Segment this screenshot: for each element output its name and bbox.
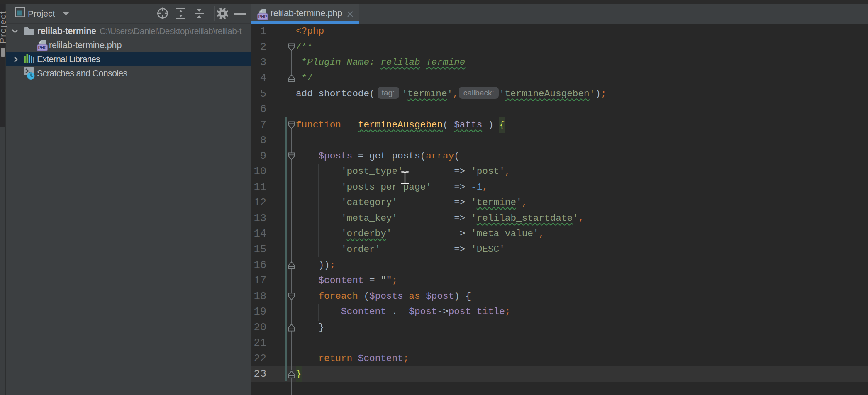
svg-text:PHP: PHP — [258, 15, 267, 19]
svg-text:PHP: PHP — [38, 46, 47, 50]
